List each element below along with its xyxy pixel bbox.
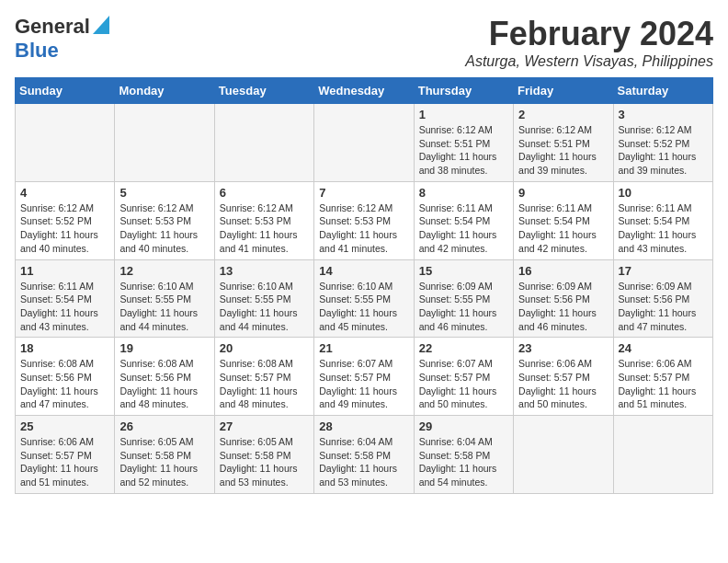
day-info: Sunrise: 6:12 AMSunset: 5:51 PMDaylight:… <box>419 123 508 178</box>
day-number: 27 <box>220 419 309 433</box>
calendar-cell: 4Sunrise: 6:12 AMSunset: 5:52 PMDaylight… <box>16 181 115 259</box>
day-number: 5 <box>119 186 209 200</box>
calendar-cell: 14Sunrise: 6:10 AMSunset: 5:55 PMDayligh… <box>314 259 414 338</box>
day-number: 25 <box>20 419 109 433</box>
day-of-week-header: Wednesday <box>314 78 414 104</box>
day-number: 3 <box>619 108 708 121</box>
calendar-cell: 9Sunrise: 6:11 AMSunset: 5:54 PMDaylight… <box>514 181 613 259</box>
calendar-cell: 13Sunrise: 6:10 AMSunset: 5:55 PMDayligh… <box>214 259 313 338</box>
day-number: 1 <box>419 108 508 121</box>
day-number: 18 <box>20 341 109 355</box>
calendar-cell: 27Sunrise: 6:05 AMSunset: 5:58 PMDayligh… <box>214 416 313 494</box>
day-number: 6 <box>220 186 309 200</box>
location-subtitle: Asturga, Western Visayas, Philippines <box>465 53 713 70</box>
day-of-week-header: Tuesday <box>214 78 313 104</box>
day-number: 24 <box>619 341 708 355</box>
calendar-cell: 22Sunrise: 6:07 AMSunset: 5:57 PMDayligh… <box>414 338 513 416</box>
calendar-cell: 29Sunrise: 6:04 AMSunset: 5:58 PMDayligh… <box>414 416 513 494</box>
calendar-week-row: 11Sunrise: 6:11 AMSunset: 5:54 PMDayligh… <box>16 259 713 338</box>
calendar-table: SundayMondayTuesdayWednesdayThursdayFrid… <box>15 77 713 494</box>
calendar-cell: 12Sunrise: 6:10 AMSunset: 5:55 PMDayligh… <box>115 259 214 338</box>
calendar-cell: 2Sunrise: 6:12 AMSunset: 5:51 PMDaylight… <box>514 104 613 182</box>
day-number: 9 <box>518 186 608 200</box>
calendar-cell: 8Sunrise: 6:11 AMSunset: 5:54 PMDaylight… <box>414 181 513 259</box>
day-info: Sunrise: 6:06 AMSunset: 5:57 PMDaylight:… <box>619 357 708 411</box>
day-info: Sunrise: 6:10 AMSunset: 5:55 PMDaylight:… <box>220 280 309 334</box>
day-info: Sunrise: 6:05 AMSunset: 5:58 PMDaylight:… <box>220 435 309 489</box>
day-number: 11 <box>20 264 109 278</box>
calendar-cell <box>115 104 214 182</box>
day-info: Sunrise: 6:04 AMSunset: 5:58 PMDaylight:… <box>419 435 508 489</box>
day-number: 13 <box>220 264 309 278</box>
calendar-cell: 23Sunrise: 6:06 AMSunset: 5:57 PMDayligh… <box>514 338 613 416</box>
calendar-cell: 21Sunrise: 6:07 AMSunset: 5:57 PMDayligh… <box>314 338 414 416</box>
day-info: Sunrise: 6:11 AMSunset: 5:54 PMDaylight:… <box>419 201 508 256</box>
day-number: 26 <box>119 419 209 433</box>
calendar-cell: 25Sunrise: 6:06 AMSunset: 5:57 PMDayligh… <box>16 416 115 494</box>
calendar-cell: 10Sunrise: 6:11 AMSunset: 5:54 PMDayligh… <box>613 181 712 259</box>
day-number: 4 <box>20 186 109 200</box>
calendar-week-row: 4Sunrise: 6:12 AMSunset: 5:52 PMDaylight… <box>16 181 713 259</box>
day-info: Sunrise: 6:12 AMSunset: 5:52 PMDaylight:… <box>619 123 708 178</box>
calendar-week-row: 25Sunrise: 6:06 AMSunset: 5:57 PMDayligh… <box>16 416 713 494</box>
day-info: Sunrise: 6:12 AMSunset: 5:53 PMDaylight:… <box>119 201 209 256</box>
calendar-week-row: 18Sunrise: 6:08 AMSunset: 5:56 PMDayligh… <box>16 338 713 416</box>
day-number: 14 <box>319 264 408 278</box>
logo: General Blue <box>15 15 109 63</box>
day-number: 2 <box>518 108 608 121</box>
day-number: 16 <box>518 264 608 278</box>
day-number: 23 <box>518 341 608 355</box>
calendar-cell: 11Sunrise: 6:11 AMSunset: 5:54 PMDayligh… <box>16 259 115 338</box>
day-number: 22 <box>419 341 508 355</box>
logo-general-text: General <box>15 15 90 39</box>
day-of-week-header: Monday <box>115 78 214 104</box>
calendar-cell: 1Sunrise: 6:12 AMSunset: 5:51 PMDaylight… <box>414 104 513 182</box>
day-of-week-header: Friday <box>514 78 613 104</box>
day-of-week-header: Sunday <box>16 78 115 104</box>
day-info: Sunrise: 6:10 AMSunset: 5:55 PMDaylight:… <box>119 280 209 334</box>
day-info: Sunrise: 6:09 AMSunset: 5:56 PMDaylight:… <box>619 280 708 334</box>
calendar-cell: 18Sunrise: 6:08 AMSunset: 5:56 PMDayligh… <box>16 338 115 416</box>
day-number: 7 <box>319 186 408 200</box>
day-info: Sunrise: 6:09 AMSunset: 5:55 PMDaylight:… <box>419 280 508 334</box>
calendar-cell: 6Sunrise: 6:12 AMSunset: 5:53 PMDaylight… <box>214 181 313 259</box>
day-of-week-header: Saturday <box>613 78 712 104</box>
page-header: General Blue February 2024 Asturga, West… <box>15 15 713 70</box>
month-year-title: February 2024 <box>465 15 713 53</box>
day-number: 12 <box>119 264 209 278</box>
day-info: Sunrise: 6:07 AMSunset: 5:57 PMDaylight:… <box>419 357 508 411</box>
calendar-header-row: SundayMondayTuesdayWednesdayThursdayFrid… <box>16 78 713 104</box>
day-info: Sunrise: 6:05 AMSunset: 5:58 PMDaylight:… <box>119 435 209 489</box>
calendar-cell: 5Sunrise: 6:12 AMSunset: 5:53 PMDaylight… <box>115 181 214 259</box>
day-info: Sunrise: 6:07 AMSunset: 5:57 PMDaylight:… <box>319 357 408 411</box>
day-info: Sunrise: 6:08 AMSunset: 5:57 PMDaylight:… <box>220 357 309 411</box>
calendar-cell: 24Sunrise: 6:06 AMSunset: 5:57 PMDayligh… <box>613 338 712 416</box>
day-info: Sunrise: 6:11 AMSunset: 5:54 PMDaylight:… <box>20 280 109 334</box>
day-info: Sunrise: 6:04 AMSunset: 5:58 PMDaylight:… <box>319 435 408 489</box>
day-info: Sunrise: 6:09 AMSunset: 5:56 PMDaylight:… <box>518 280 608 334</box>
day-number: 29 <box>419 419 508 433</box>
day-number: 10 <box>619 186 708 200</box>
calendar-cell <box>514 416 613 494</box>
day-info: Sunrise: 6:08 AMSunset: 5:56 PMDaylight:… <box>20 357 109 411</box>
calendar-cell <box>214 104 313 182</box>
logo-blue-text: Blue <box>15 39 59 62</box>
day-info: Sunrise: 6:11 AMSunset: 5:54 PMDaylight:… <box>518 201 608 256</box>
day-number: 19 <box>119 341 209 355</box>
logo-arrow-icon <box>93 16 109 34</box>
day-of-week-header: Thursday <box>414 78 513 104</box>
calendar-cell: 19Sunrise: 6:08 AMSunset: 5:56 PMDayligh… <box>115 338 214 416</box>
calendar-cell: 20Sunrise: 6:08 AMSunset: 5:57 PMDayligh… <box>214 338 313 416</box>
day-info: Sunrise: 6:12 AMSunset: 5:52 PMDaylight:… <box>20 201 109 256</box>
calendar-cell: 28Sunrise: 6:04 AMSunset: 5:58 PMDayligh… <box>314 416 414 494</box>
calendar-cell: 26Sunrise: 6:05 AMSunset: 5:58 PMDayligh… <box>115 416 214 494</box>
calendar-cell <box>314 104 414 182</box>
day-info: Sunrise: 6:11 AMSunset: 5:54 PMDaylight:… <box>619 201 708 256</box>
calendar-cell: 3Sunrise: 6:12 AMSunset: 5:52 PMDaylight… <box>613 104 712 182</box>
calendar-week-row: 1Sunrise: 6:12 AMSunset: 5:51 PMDaylight… <box>16 104 713 182</box>
day-number: 8 <box>419 186 508 200</box>
day-number: 15 <box>419 264 508 278</box>
day-number: 20 <box>220 341 309 355</box>
day-info: Sunrise: 6:12 AMSunset: 5:51 PMDaylight:… <box>518 123 608 178</box>
day-info: Sunrise: 6:06 AMSunset: 5:57 PMDaylight:… <box>20 435 109 489</box>
